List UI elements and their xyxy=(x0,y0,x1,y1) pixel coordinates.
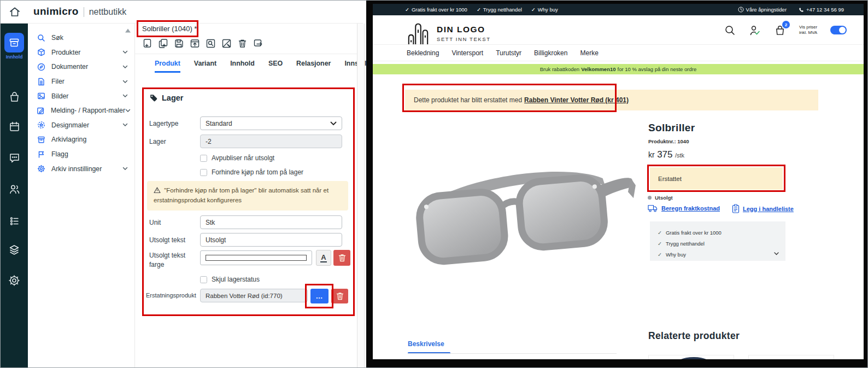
skjul-lagerstatus-checkbox[interactable] xyxy=(200,276,207,283)
related-product-card[interactable] xyxy=(648,355,734,359)
search-icon[interactable] xyxy=(724,25,736,36)
shop-logo[interactable]: DIN LOGO SETT INN TEKST xyxy=(407,21,491,45)
wishlist-link[interactable]: Legg i handleliste xyxy=(732,204,794,213)
nav-turutstyr[interactable]: Turutstyr xyxy=(496,49,521,57)
vat-toggle[interactable] xyxy=(830,26,847,34)
warning-banner: "Forhindre kjøp når tom på lager" blir a… xyxy=(147,181,348,211)
chevron-down-icon[interactable] xyxy=(774,252,779,255)
menu-item-arkivlagring[interactable]: Arkivlagring xyxy=(28,132,134,147)
redo-box-icon[interactable] xyxy=(252,37,265,50)
image-icon xyxy=(37,92,45,100)
utsolgt-tekst-input[interactable] xyxy=(200,233,342,247)
menu-item-arkiv-innstillinger[interactable]: Arkiv innstillinger xyxy=(28,161,134,176)
rail-item-layers[interactable] xyxy=(1,243,28,256)
lager-input[interactable] xyxy=(200,135,342,148)
rail-item-calendar[interactable] xyxy=(1,120,28,133)
buildings-logo-icon xyxy=(407,21,430,45)
save-icon[interactable] xyxy=(173,37,185,50)
menu-item-flagg[interactable]: Flagg xyxy=(28,147,134,162)
cart-button[interactable]: 2 xyxy=(774,24,786,36)
replacement-product-link[interactable]: Rabben Vinter Votter Rød (kr 401) xyxy=(524,96,629,104)
home-icon[interactable] xyxy=(8,5,21,19)
menu-item-sok[interactable]: Søk xyxy=(28,31,134,45)
tab-divider-line xyxy=(408,353,617,354)
trash-icon xyxy=(336,292,344,300)
check-icon: ✓ xyxy=(405,7,409,13)
lager-label: Lager xyxy=(149,138,166,145)
avpubliser-checkbox-row: Avpubliser når utsolgt xyxy=(200,154,274,162)
avpubliser-checkbox[interactable] xyxy=(200,155,207,162)
rail-item-settings[interactable] xyxy=(1,274,28,287)
phone-link[interactable]: +47 12 34 56 99 xyxy=(799,7,844,13)
chevron-down-icon xyxy=(330,121,337,126)
rail-item-list[interactable] xyxy=(1,215,28,227)
tab-seo[interactable]: SEO xyxy=(268,60,283,73)
people-icon xyxy=(8,183,21,195)
trash-icon xyxy=(338,254,346,262)
nav-vintersport[interactable]: Vintersport xyxy=(451,49,483,57)
brand-suffix: nettbutikk xyxy=(84,7,126,17)
delete-color-button[interactable] xyxy=(333,250,350,266)
duplicate-icon[interactable] xyxy=(157,37,169,50)
menu-item-melding-rapport-maler[interactable]: Melding- / Rapport-maler xyxy=(28,103,134,118)
rail-item-innhold-label: Innhold xyxy=(1,54,28,60)
delete-replacement-button[interactable] xyxy=(331,289,348,303)
rail-item-chat[interactable] xyxy=(1,151,28,164)
add-document-icon[interactable] xyxy=(141,37,154,50)
benefit-whybuy[interactable]: ✓ Why buy xyxy=(658,249,778,260)
lagertype-label: Lagertype xyxy=(149,120,178,127)
forhindre-checkbox[interactable] xyxy=(200,169,207,176)
toolbar-divider xyxy=(135,54,363,54)
menu-item-produkter[interactable]: Produkter xyxy=(28,45,134,60)
tab-innhold[interactable]: Innhold xyxy=(230,60,255,73)
shopping-bag-icon xyxy=(8,90,21,103)
menu-item-filer[interactable]: Filer xyxy=(28,74,134,89)
layers-icon xyxy=(8,243,21,256)
menu-item-bilder[interactable]: Bilder xyxy=(28,89,134,103)
cart-count-badge: 2 xyxy=(782,21,790,28)
rail-item-shop[interactable] xyxy=(1,90,28,103)
archive-icon xyxy=(37,136,45,144)
opening-hours-link[interactable]: Våre åpningstider xyxy=(738,7,787,13)
related-product-card[interactable] xyxy=(748,355,834,359)
rail-item-people[interactable] xyxy=(1,183,28,195)
list-icon xyxy=(8,215,21,227)
header-icons: 2 Vis priser inkl. MVA xyxy=(724,24,847,36)
trash-icon[interactable] xyxy=(236,37,249,50)
unit-input[interactable] xyxy=(200,215,342,229)
tab-relasjoner[interactable]: Relasjoner xyxy=(296,60,331,73)
tag-icon xyxy=(149,94,158,102)
export-up-icon[interactable] xyxy=(189,37,201,50)
nav-merke[interactable]: Merke xyxy=(580,49,598,57)
account-check-icon[interactable] xyxy=(749,25,761,36)
erstatningsprodukt-label: Erstatningsprodukt xyxy=(146,292,196,299)
font-color-button[interactable]: A xyxy=(316,250,331,266)
nav-bekledning[interactable]: Bekledning xyxy=(407,49,439,57)
search-box-icon[interactable] xyxy=(204,37,217,50)
tab-beskrivelse[interactable]: Beskrivelse xyxy=(408,340,444,348)
clipboard-icon xyxy=(732,204,740,213)
rail-item-innhold[interactable] xyxy=(4,33,24,52)
color-input[interactable] xyxy=(200,250,312,265)
replaced-product-alert: Dette produktet har blitt erstattet med … xyxy=(405,90,818,110)
menu-item-designmaler[interactable]: Designmaler xyxy=(28,118,134,133)
browse-replacement-button[interactable]: … xyxy=(310,289,329,303)
clear-image-icon[interactable] xyxy=(220,37,233,50)
erstatningsprodukt-input[interactable] xyxy=(200,289,308,302)
shop-page: ✓ Gratis frakt over kr 1000 ✓ Trygg nett… xyxy=(373,4,864,359)
status-badge-erstattet: Erstattet xyxy=(650,167,783,190)
admin-scrollbar[interactable] xyxy=(357,24,365,368)
shipping-cost-link[interactable]: Beregn fraktkostnad xyxy=(648,204,720,212)
lagertype-select[interactable]: Standard xyxy=(200,116,342,130)
vat-toggle-label: Vis priser inkl. MVA xyxy=(799,25,817,36)
tab-variant[interactable]: Variant xyxy=(194,60,216,73)
lager-section-header: Lager xyxy=(149,94,184,102)
chevron-down-icon xyxy=(122,123,128,127)
brand-name: unimicro xyxy=(33,5,79,17)
nav-billigkroken[interactable]: Billigkroken xyxy=(534,49,567,57)
tab-produkt[interactable]: Produkt xyxy=(155,60,180,73)
chevron-down-icon xyxy=(122,65,128,69)
shop-topbar: ✓ Gratis frakt over kr 1000 ✓ Trygg nett… xyxy=(373,4,864,15)
menu-item-dokumenter[interactable]: Dokumenter xyxy=(28,60,134,74)
page-title: Solbriller (1040) * xyxy=(142,25,197,33)
